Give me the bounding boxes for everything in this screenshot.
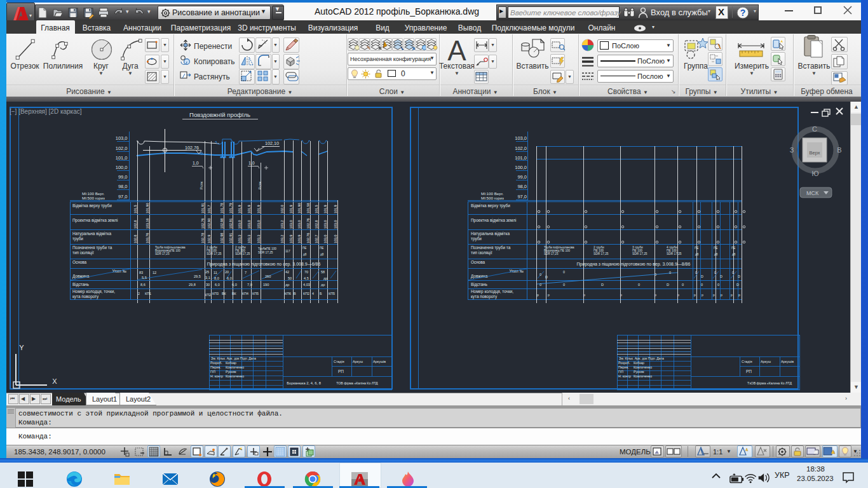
svg-text:Верх: Верх [809,150,820,156]
svg-text:д8: д8 [695,253,699,256]
svg-text:ПЕ: ПЕ [695,247,698,250]
svg-text:КП5: КП5 [252,292,259,295]
svg-text:30: 30 [206,283,210,287]
svg-text:103,0: 103,0 [334,220,337,229]
svg-text:0: 0 [701,283,703,287]
svg-text:0: 0 [654,273,656,276]
svg-text:4: 4 [312,292,314,295]
svg-text:Зм. Кільк. Арк. док Підп. Д: Зм. Кільк. Арк. док Підп. Дата [619,356,664,360]
svg-text:Перев.: Перев. [618,365,629,369]
svg-text:тип ізоляції: тип ізоляції [72,250,94,255]
svg-text:102,8: 102,8 [133,220,137,229]
svg-text:др: др [323,276,327,280]
svg-text:Позначення труби та: Позначення труби та [471,245,511,250]
svg-text:101,58: 101,58 [306,203,310,214]
svg-text:Перев.: Перев. [210,365,221,369]
svg-text:Комличенко: Комличенко [226,374,244,378]
svg-text:Номер колодця, точки,: Номер колодця, точки, [471,289,513,294]
svg-text:Повздовжнїй профїль: Повздовжнїй профїль [189,111,250,118]
svg-text:97,0: 97,0 [517,194,527,200]
svg-text:103,0: 103,0 [247,220,251,229]
svg-text:101,9: 101,9 [247,205,251,214]
svg-text:д8: д8 [320,253,324,256]
svg-text:83: 83 [139,271,143,274]
svg-text:труби: труби [471,236,482,241]
svg-text:С: С [812,125,817,133]
svg-text:103,0: 103,0 [323,235,327,244]
svg-text:101,9: 101,9 [238,205,241,214]
svg-text:0: 0 [682,283,684,287]
svg-text:103,9: 103,9 [289,235,293,244]
svg-text:102,9: 102,9 [207,235,211,244]
svg-text:102,98: 102,98 [220,233,224,244]
svg-text:?: ? [740,8,746,18]
svg-text:КП6: КП6 [285,292,291,295]
svg-text:МІ:500 гориз: МІ:500 гориз [481,196,504,200]
svg-text:Натуральна відмітка: Натуральна відмітка [471,231,510,236]
svg-text:0: 0 [563,270,565,274]
svg-text:Р.спк: Р.спк [200,181,203,189]
svg-text:99,0: 99,0 [517,174,527,180]
svg-text:103,0: 103,0 [334,235,337,244]
svg-text:д8: д8 [303,253,307,256]
svg-text:4,03: 4,03 [303,283,310,287]
svg-text:ПЕ: ПЕ [714,247,717,250]
svg-text:Русняк: Русняк [634,370,644,374]
svg-text:103,2: 103,2 [280,235,284,244]
svg-text:0: 0 [714,271,716,274]
svg-text:Кобзар: Кобзар [226,361,236,365]
svg-text:2: 2 [138,292,140,295]
svg-text:кута повороту: кута повороту [471,294,498,299]
svg-text:Розроб.: Розроб. [618,361,630,365]
svg-text:D: D [667,283,669,287]
svg-text:103,16: 103,16 [146,219,149,229]
svg-text:Розроб.: Розроб. [210,361,222,365]
svg-text:0: 0 [638,283,640,287]
svg-text:КП4: КП4 [242,292,248,295]
svg-text:[−] [Верхняя] [2D каркас]: [−] [Верхняя] [2D каркас] [10,108,82,115]
svg-text:р: р [537,293,539,297]
svg-text:труби: труби [72,236,83,241]
svg-text:Стадія: Стадія [742,360,752,363]
svg-text:4,5: 4,5 [304,276,309,280]
svg-text:6,0: 6,0 [227,276,232,280]
svg-text:D: D [720,274,722,278]
svg-text:102,91: 102,91 [229,233,233,244]
svg-text:Русняк: Русняк [226,370,236,374]
svg-text:8,0: 8,0 [214,276,219,280]
svg-text:102,0: 102,0 [116,146,128,151]
svg-text:Аркуш: Аркуш [353,360,363,363]
svg-text:В: В [294,292,296,295]
svg-text:р: р [548,293,550,297]
svg-text:SDR 17,25: SDR 17,25 [667,252,682,255]
svg-text:102,0: 102,0 [515,146,527,151]
svg-text:103,0: 103,0 [238,220,241,229]
svg-text:ТОВ фірма «Капіна Ко ЛТД: ТОВ фірма «Капіна Ко ЛТД [336,381,378,385]
svg-text:МІ:100 Верт.: МІ:100 Верт. [82,191,105,196]
svg-text:102,76: 102,76 [185,145,199,151]
svg-text:103,0: 103,0 [257,220,261,229]
svg-text:5,5: 5,5 [142,276,147,280]
svg-text:Стадія: Стадія [334,360,344,363]
svg-text:6,0: 6,0 [232,283,237,287]
svg-text:103,3: 103,3 [238,235,241,244]
svg-text:КП5: КП5 [329,292,335,295]
svg-text:Проектна відмітка землі: Проектна відмітка землі [471,218,516,223]
svg-text:6,0: 6,0 [215,283,220,287]
svg-text:7,0: 7,0 [247,283,252,287]
svg-text:103,3: 103,3 [247,235,251,244]
svg-text:103,0: 103,0 [116,135,128,141]
svg-text:ПЕ: ПЕ [731,247,735,250]
svg-text:D: D [545,275,548,279]
svg-text:SDR 17,25: SDR 17,25 [632,252,648,255]
svg-text:Зм. Кільк. Арк. док Підп. Д: Зм. Кільк. Арк. док Підп. Дата [211,356,256,360]
svg-text:1,0: 1,0 [248,161,255,165]
svg-text:р: р [677,293,679,297]
svg-text:Відмітка верху труби: Відмітка верху труби [72,203,112,208]
svg-text:25: 25 [205,270,209,274]
svg-text:D: D [601,283,604,287]
svg-text:ПЕ: ПЕ [320,247,323,250]
svg-text:Р.спк: Р.спк [258,181,262,189]
svg-text:101,0: 101,0 [116,155,128,161]
svg-text:D: D [738,274,740,278]
